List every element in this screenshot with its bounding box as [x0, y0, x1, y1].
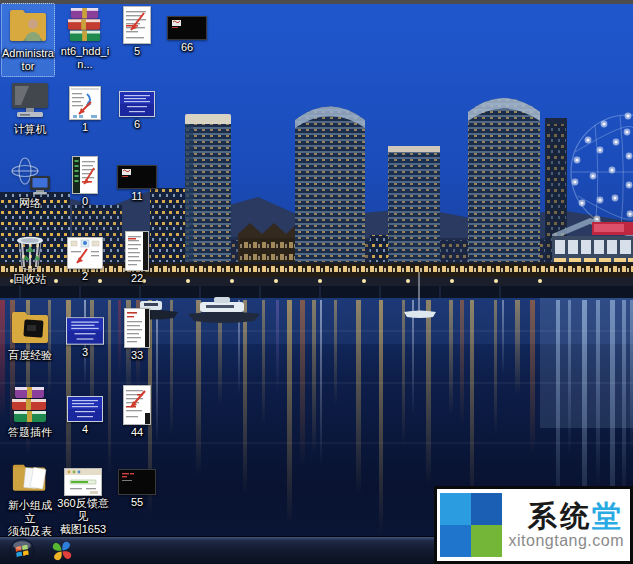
icon-label: 22	[131, 272, 143, 285]
desktop-icon-image-55[interactable]: 55	[110, 464, 164, 509]
open-folder-icon	[8, 462, 52, 498]
desktop-icon-image-4[interactable]: 4	[58, 385, 112, 436]
image-thumbnail-icon	[69, 86, 101, 120]
desktop-icon-computer[interactable]: 计算机	[3, 82, 57, 136]
image-thumbnail-icon	[66, 396, 104, 422]
image-thumbnail-icon	[67, 237, 103, 269]
winrar-archive-icon	[68, 6, 102, 44]
desktop-icon-image-22[interactable]: 22	[110, 231, 164, 285]
desktop-icon-image-2[interactable]: 2	[58, 233, 112, 283]
desktop-icon-image-5[interactable]: 5	[110, 6, 164, 58]
brand-url: xitongtang.com	[508, 532, 624, 550]
icon-label: 55	[131, 496, 143, 509]
desktop-icon-image-11[interactable]: 11	[110, 156, 164, 203]
watermark-text: 系统堂 xitongtang.com	[502, 500, 626, 550]
desktop-icon-image-0[interactable]: 0	[58, 156, 112, 208]
desktop-icon-image-33[interactable]: 33	[110, 308, 164, 362]
icon-label: 33	[131, 349, 143, 362]
screenshot-top-border	[0, 0, 633, 4]
icon-label: 4	[82, 423, 88, 436]
windows-orb-icon	[9, 538, 35, 564]
desktop-icon-baidu-jingyan[interactable]: 百度经验	[3, 308, 57, 362]
image-thumbnail-icon	[125, 231, 149, 271]
desktop-icon-administrator[interactable]: Administrator	[1, 3, 55, 77]
desktop-icon-image-3[interactable]: 3	[58, 308, 112, 359]
icon-label: 2	[82, 270, 88, 283]
desktop: Administrator nt6_hdd_in... 5 66 计算机 1 6…	[0, 0, 633, 564]
desktop-icon-image-44[interactable]: 44	[110, 385, 164, 439]
user-folder-icon	[6, 6, 50, 46]
icon-label: 1	[82, 121, 88, 134]
winrar-archive-icon	[12, 385, 48, 425]
icon-label: 66	[181, 41, 193, 54]
desktop-icon-datichajian[interactable]: 答题插件	[3, 385, 57, 439]
image-thumbnail-icon	[124, 308, 150, 348]
brand-name: 系统堂	[528, 500, 624, 532]
icon-label: nt6_hdd_in...	[58, 45, 112, 71]
desktop-icon-recycle-bin[interactable]: 回收站	[3, 230, 57, 286]
icon-label: 6	[134, 118, 140, 131]
watermark-banner: 系统堂 xitongtang.com	[434, 486, 633, 564]
image-thumbnail-icon	[118, 469, 156, 495]
image-thumbnail-icon	[167, 16, 207, 40]
image-thumbnail-icon	[72, 156, 98, 194]
start-button[interactable]	[0, 537, 44, 564]
image-thumbnail-icon	[66, 317, 104, 345]
image-thumbnail-icon	[64, 468, 102, 496]
icon-label: Administrator	[2, 47, 54, 73]
shield-icon	[440, 493, 502, 557]
icon-label: 44	[131, 426, 143, 439]
folder-icon	[8, 308, 52, 348]
image-thumbnail-icon	[117, 165, 157, 189]
icon-label: 百度经验	[8, 349, 52, 362]
desktop-icon-image-66[interactable]: 66	[160, 6, 214, 54]
icon-label: 网络	[19, 197, 41, 210]
desktop-icon-network[interactable]: 网络	[3, 156, 57, 210]
image-thumbnail-icon	[118, 91, 156, 117]
pinwheel-icon	[51, 540, 73, 562]
desktop-icon-image-1[interactable]: 1	[58, 84, 112, 134]
icon-label: 5	[134, 45, 140, 58]
desktop-icon-nt6-hdd-installer[interactable]: nt6_hdd_in...	[58, 6, 112, 71]
taskbar-app-pinwheel[interactable]	[44, 537, 80, 564]
icon-label: 答题插件	[8, 426, 52, 439]
icon-label: 计算机	[14, 123, 47, 136]
image-thumbnail-icon	[123, 6, 151, 44]
image-thumbnail-icon	[123, 385, 151, 425]
icon-label: 3	[82, 346, 88, 359]
network-icon	[8, 156, 52, 196]
icon-label: 0	[82, 195, 88, 208]
desktop-icon-image-6[interactable]: 6	[110, 84, 164, 131]
computer-icon	[8, 82, 52, 122]
icon-label: 回收站	[14, 273, 47, 286]
recycle-bin-icon	[10, 230, 50, 272]
icon-label: 11	[131, 190, 142, 203]
